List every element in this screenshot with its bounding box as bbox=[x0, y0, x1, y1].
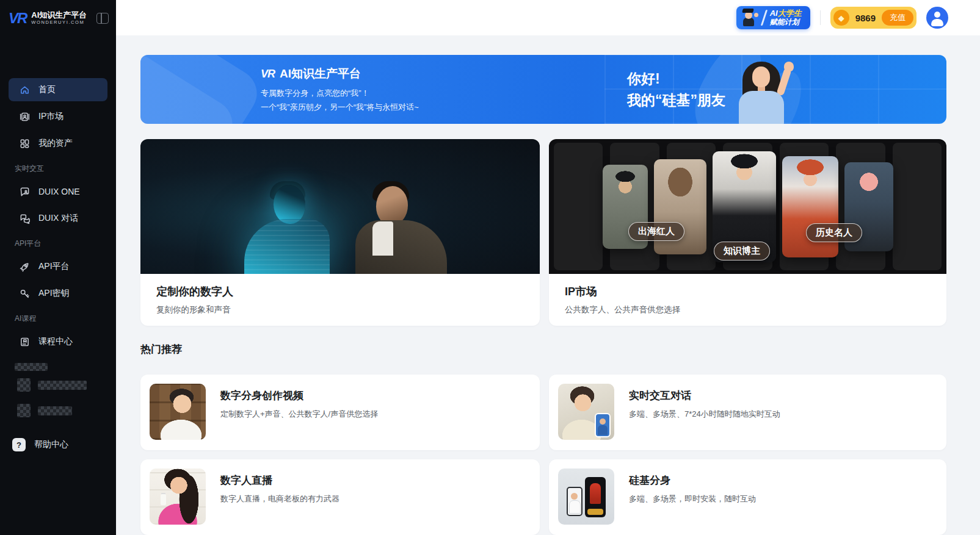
sidebar-section-course: AI课程 bbox=[15, 314, 116, 324]
banner-logo-mark: VR bbox=[261, 68, 275, 81]
home-icon bbox=[20, 85, 30, 95]
badge-ai-text: AI bbox=[770, 9, 778, 18]
sidebar-item-label: DUIX 对话 bbox=[38, 213, 78, 224]
content: VR AI知识生产平台 专属数字分身，点亮您的“我”！ 一个“我”亲历朝夕，另一… bbox=[116, 35, 980, 535]
key-icon bbox=[20, 289, 30, 299]
sidebar-item-label: 帮助中心 bbox=[34, 439, 68, 450]
card-title: 实时交互对话 bbox=[629, 389, 780, 403]
sidebar-item-label: API平台 bbox=[38, 261, 70, 272]
brand-logo-mark: VR bbox=[9, 10, 26, 27]
sidebar-item-help-center[interactable]: ? 帮助中心 bbox=[12, 438, 116, 451]
phone-figure bbox=[585, 477, 606, 517]
live-stream-thumbnail bbox=[150, 469, 206, 525]
sidebar-item-label: IP市场 bbox=[38, 111, 64, 122]
app-root: VR AI知识生产平台 WONDERUYI.COM 首页 IP市场 我的资产 实… bbox=[0, 0, 980, 535]
card-subtitle: 多端、多场景，即时安装，随时互动 bbox=[629, 494, 756, 504]
tag-knowledge-blogger: 知识博主 bbox=[714, 242, 770, 260]
card-title: 定制你的数字人 bbox=[156, 284, 524, 299]
sidebar-section-api: API平台 bbox=[15, 239, 116, 249]
app-domain: WONDERUYI.COM bbox=[31, 20, 87, 26]
sidebar-item-my-assets[interactable]: 我的资产 bbox=[9, 132, 107, 155]
main-area: AI大学生 赋能计划 ◆ 9869 充值 bbox=[116, 0, 980, 535]
silicon-avatar-thumbnail bbox=[558, 469, 614, 525]
redacted-sidebar-item[interactable] bbox=[17, 404, 116, 417]
card-subtitle: 复刻你的形象和声音 bbox=[156, 304, 524, 315]
card-title: 硅基分身 bbox=[629, 473, 756, 487]
card-subtitle: 定制数字人+声音、公共数字人/声音供您选择 bbox=[220, 409, 378, 420]
rocket-icon bbox=[20, 262, 30, 272]
avatar-video-thumbnail bbox=[150, 384, 206, 440]
badge-student-text: 大学生 bbox=[778, 9, 802, 18]
sidebar-item-label: 首页 bbox=[38, 84, 56, 95]
coin-diamond-icon: ◆ bbox=[833, 10, 849, 26]
banner-greeting-2: 我的“硅基”朋友 bbox=[627, 90, 725, 111]
sidebar-item-api-key[interactable]: API密钥 bbox=[9, 282, 107, 305]
ip-market-image: 出海红人 知识博主 历史名人 bbox=[549, 139, 946, 274]
recharge-button[interactable]: 充值 bbox=[882, 10, 913, 26]
user-avatar[interactable] bbox=[926, 7, 948, 29]
ip-card-icon bbox=[20, 112, 30, 122]
card-realtime-chat[interactable]: 实时交互对话 多端、多场景、7*24小时随时随地实时互动 bbox=[549, 375, 946, 450]
course-icon bbox=[20, 337, 30, 347]
sidebar-item-home[interactable]: 首页 bbox=[9, 78, 107, 101]
logo-row: VR AI知识生产平台 WONDERUYI.COM bbox=[0, 0, 116, 37]
phone-doctor bbox=[567, 487, 583, 516]
header-divider bbox=[820, 10, 821, 25]
banner-logo-text: AI知识生产平台 bbox=[280, 66, 361, 82]
redacted-icon bbox=[17, 378, 31, 392]
hot-cards: 数字分身创作视频 定制数字人+声音、公共数字人/声音供您选择 实时交互对话 多端… bbox=[140, 375, 946, 535]
realtime-chat-thumbnail bbox=[558, 384, 614, 440]
sidebar-item-api-platform[interactable]: API平台 bbox=[9, 255, 107, 278]
redacted-sidebar-item[interactable] bbox=[17, 378, 116, 392]
banner-greeting-1: 你好! bbox=[627, 68, 725, 90]
sidebar-item-label: API密钥 bbox=[38, 288, 70, 299]
card-custom-digital-human[interactable]: 定制你的数字人 复刻你的形象和声音 bbox=[140, 139, 540, 326]
wallet-pill[interactable]: ◆ 9869 充值 bbox=[830, 7, 916, 29]
card-silicon-avatar[interactable]: 硅基分身 多端、多场景，即时安装，随时互动 bbox=[549, 459, 946, 535]
feature-cards: 定制你的数字人 复刻你的形象和声音 bbox=[140, 139, 946, 326]
sidebar-item-ip-market[interactable]: IP市场 bbox=[9, 105, 107, 128]
app-title: AI知识生产平台 bbox=[31, 11, 87, 20]
top-bar: AI大学生 赋能计划 ◆ 9869 充值 bbox=[116, 0, 980, 35]
banner-tagline-1: 专属数字分身，点亮您的“我”！ bbox=[261, 87, 419, 101]
redacted-section-label bbox=[15, 363, 48, 371]
chat-double-icon bbox=[20, 214, 30, 224]
sidebar-item-duix-chat[interactable]: DUIX 对话 bbox=[9, 207, 107, 230]
sidebar-item-label: DUIX ONE bbox=[38, 187, 80, 196]
tag-historical-celebrity: 历史名人 bbox=[806, 223, 862, 242]
card-subtitle: 多端、多场景、7*24小时随时随地实时互动 bbox=[629, 409, 780, 420]
video-call-overlay bbox=[595, 413, 611, 437]
sidebar-item-course-center[interactable]: 课程中心 bbox=[9, 330, 107, 353]
card-ip-market[interactable]: 出海红人 知识博主 历史名人 IP市场 公共数字人、公共声音供您选择 bbox=[549, 139, 946, 326]
chat-person-icon bbox=[20, 187, 30, 197]
graduate-mascot-icon bbox=[740, 8, 758, 27]
card-subtitle: 公共数字人、公共声音供您选择 bbox=[565, 304, 931, 315]
sidebar-section-realtime: 实时交互 bbox=[15, 163, 116, 174]
sidebar-nav: 首页 IP市场 我的资产 实时交互 DUIX ONE DUIX 对话 API平台 bbox=[0, 78, 116, 451]
redacted-icon bbox=[17, 404, 31, 417]
help-icon: ? bbox=[12, 438, 26, 451]
sidebar-item-label: 课程中心 bbox=[38, 336, 73, 347]
assets-grid-icon bbox=[20, 138, 30, 149]
sidebar: VR AI知识生产平台 WONDERUYI.COM 首页 IP市场 我的资产 实… bbox=[0, 0, 116, 535]
custom-digital-human-image bbox=[140, 139, 540, 274]
hero-banner[interactable]: VR AI知识生产平台 专属数字分身，点亮您的“我”！ 一个“我”亲历朝夕，另一… bbox=[140, 55, 946, 124]
card-title: 数字分身创作视频 bbox=[220, 389, 378, 403]
card-title: 数字人直播 bbox=[220, 473, 339, 487]
tag-overseas-influencer: 出海红人 bbox=[628, 222, 684, 241]
card-subtitle: 数字人直播，电商老板的有力武器 bbox=[220, 494, 339, 504]
student-program-badge[interactable]: AI大学生 赋能计划 bbox=[736, 6, 810, 29]
coin-balance: 9869 bbox=[855, 13, 876, 23]
card-live-stream[interactable]: 数字人直播 数字人直播，电商老板的有力武器 bbox=[140, 459, 540, 535]
badge-stripe bbox=[760, 10, 767, 26]
sidebar-item-label: 我的资产 bbox=[38, 138, 73, 149]
product-bottle bbox=[161, 494, 166, 505]
sidebar-item-duix-one[interactable]: DUIX ONE bbox=[9, 180, 107, 203]
card-avatar-video[interactable]: 数字分身创作视频 定制数字人+声音、公共数字人/声音供您选择 bbox=[140, 375, 540, 450]
sidebar-collapse-icon[interactable] bbox=[96, 13, 109, 24]
card-title: IP市场 bbox=[565, 284, 931, 299]
hot-section-heading: 热门推荐 bbox=[140, 342, 946, 356]
banner-tagline-2: 一个“我”亲历朝夕，另一个“我”将与永恒对话~ bbox=[261, 101, 419, 115]
banner-woman-figure bbox=[727, 60, 800, 124]
badge-plan-text: 赋能计划 bbox=[770, 18, 802, 27]
